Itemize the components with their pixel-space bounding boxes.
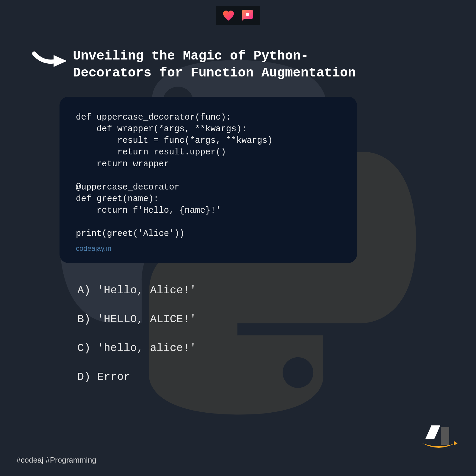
heart-icon[interactable] bbox=[222, 9, 235, 22]
option-c[interactable]: C) 'hello, alice!' bbox=[77, 342, 196, 354]
answer-options: A) 'Hello, Alice!' B) 'HELLO, ALICE!' C)… bbox=[77, 284, 196, 400]
watermark: codeajay.in bbox=[76, 244, 341, 253]
option-a[interactable]: A) 'Hello, Alice!' bbox=[77, 284, 196, 297]
title: Unveiling the Magic of Python- Decorator… bbox=[73, 48, 356, 82]
reactions-bar bbox=[216, 6, 260, 25]
title-line-2: Decorators for Function Augmentation bbox=[73, 65, 356, 82]
svg-point-1 bbox=[283, 357, 313, 388]
arrow-icon bbox=[31, 49, 70, 70]
hashtags: #codeaj #Programming bbox=[16, 455, 96, 465]
svg-rect-3 bbox=[441, 427, 449, 445]
option-b[interactable]: B) 'HELLO, ALICE!' bbox=[77, 313, 196, 325]
option-d[interactable]: D) Error bbox=[77, 371, 196, 383]
brand-logo-icon bbox=[419, 422, 458, 455]
svg-point-2 bbox=[246, 13, 249, 16]
code-block: def uppercase_decorator(func): def wrapp… bbox=[60, 97, 357, 263]
title-line-1: Unveiling the Magic of Python- bbox=[73, 48, 356, 65]
comment-icon[interactable] bbox=[241, 9, 254, 22]
code-content: def uppercase_decorator(func): def wrapp… bbox=[76, 112, 341, 240]
